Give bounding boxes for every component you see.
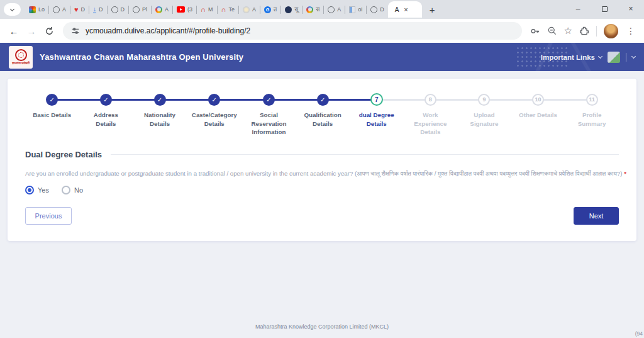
site-info-icon[interactable]	[71, 26, 80, 35]
zoom-out-icon[interactable]	[547, 26, 557, 36]
step-other-details[interactable]: 10Other Details	[511, 93, 565, 137]
browser-tab[interactable]: oi	[345, 0, 366, 19]
browser-tab[interactable]: ∩M	[197, 0, 216, 19]
browser-tab[interactable]: Pl	[129, 0, 151, 19]
required-asterisk: *	[624, 170, 626, 177]
browser-tab[interactable]: A	[324, 0, 345, 19]
browser-tab[interactable]: ♥D	[70, 0, 89, 19]
tab-label: त	[274, 6, 277, 13]
tab-label: सू	[294, 6, 298, 13]
youtube-favicon-icon	[177, 6, 185, 13]
extensions-icon[interactable]	[579, 26, 589, 36]
university-emblem-icon	[15, 49, 27, 61]
step-social-reservation-information[interactable]: ✓Social Reservation Information	[242, 93, 296, 137]
step-upload-signature[interactable]: 9Upload Signature	[457, 93, 511, 137]
browser-tab[interactable]: ↓D	[89, 0, 107, 19]
previous-button[interactable]: Previous	[25, 207, 72, 225]
important-links-label: Important Links	[541, 54, 595, 61]
close-tab-icon[interactable]: ×	[404, 6, 408, 13]
browser-tab[interactable]: A	[49, 0, 70, 19]
step-profile-summary[interactable]: 11Profile Summary	[565, 93, 619, 137]
step-label: Social Reservation Information	[242, 111, 296, 137]
close-window-button[interactable]: ×	[618, 0, 644, 18]
active-tab[interactable]: A ×	[388, 1, 422, 18]
globe-favicon-icon	[53, 6, 60, 13]
answer-radio-group: YesNo	[25, 186, 619, 194]
browser-tab[interactable]: (3	[173, 0, 196, 19]
browser-toolbar: ← → ycmouadm.dulive.ac/applicant/#/profi…	[0, 19, 644, 43]
browser-tab[interactable]: Gत	[260, 0, 280, 19]
important-links-menu[interactable]: Important Links	[541, 54, 602, 61]
radio-button-icon[interactable]	[25, 186, 34, 194]
browser-tab[interactable]: सू	[281, 0, 302, 19]
step-nationality-details[interactable]: ✓Nationality Details	[133, 93, 187, 137]
tab-label: Te	[229, 6, 235, 13]
step-check-icon: ✓	[154, 94, 166, 106]
footer-text: Maharashtra Knowledge Corporation Limite…	[0, 324, 644, 330]
tab-label: oi	[358, 6, 362, 13]
step-label: Work Experience Details	[404, 111, 458, 137]
heart-favicon-icon: ♥	[74, 6, 79, 13]
step-number: 10	[532, 94, 544, 106]
step-number: 9	[478, 94, 490, 106]
browser-tab[interactable]: Lo	[25, 0, 48, 19]
tab-label: A	[62, 6, 66, 13]
toolbar-divider	[596, 26, 597, 37]
next-button[interactable]: Next	[574, 207, 619, 225]
minimize-button[interactable]: –	[565, 0, 591, 18]
back-button[interactable]: ←	[5, 22, 23, 40]
reload-icon	[45, 26, 54, 36]
browser-tab[interactable]: A	[239, 0, 260, 19]
forward-button[interactable]: →	[23, 22, 40, 40]
tab-label: M	[208, 6, 213, 13]
browser-tab[interactable]: D	[367, 0, 388, 19]
browser-tab[interactable]: D	[108, 0, 129, 19]
active-tab-label: A	[395, 6, 399, 13]
tab-label: स	[316, 6, 319, 13]
dual-degree-question: Are you an enrolled undergraduate or pos…	[25, 170, 628, 177]
browser-tab[interactable]: ∩Te	[218, 0, 238, 19]
profile-avatar[interactable]	[604, 24, 618, 38]
maximize-button[interactable]	[591, 0, 618, 18]
user-menu-chevron-icon[interactable]	[631, 54, 636, 58]
progress-stepper: ✓Basic Details✓Address Details✓Nationali…	[25, 93, 619, 137]
page-title: Yashwantrao Chavan Maharashtra Open Univ…	[40, 52, 243, 62]
step-dual-degree-details[interactable]: 7dual Degree Details	[350, 93, 404, 137]
user-avatar[interactable]	[608, 52, 620, 63]
step-basic-details[interactable]: ✓Basic Details	[25, 93, 79, 137]
tab-label: D	[81, 6, 86, 13]
step-address-details[interactable]: ✓Address Details	[79, 93, 133, 137]
download-favicon-icon: ↓	[93, 6, 96, 13]
header-divider	[626, 53, 626, 62]
zoom-indicator: (94	[635, 330, 643, 337]
radio-label: No	[74, 186, 83, 194]
new-tab-button[interactable]: +	[422, 4, 443, 15]
step-label: Upload Signature	[457, 111, 511, 128]
maximize-icon	[602, 6, 608, 12]
password-manager-icon[interactable]	[530, 26, 540, 37]
browser-menu-icon[interactable]: ⋮	[625, 26, 636, 36]
bookmark-icon[interactable]: ☆	[564, 25, 572, 37]
tab-label: A	[165, 6, 169, 13]
question-english: Are you an enrolled undergraduate or pos…	[25, 170, 355, 177]
section-header: Dual Degree Details	[25, 150, 619, 159]
sparkle-favicon-icon	[243, 6, 250, 13]
step-qualification-details[interactable]: ✓Qualification Details	[296, 93, 350, 137]
radio-button-icon[interactable]	[62, 186, 70, 194]
wizard-navigation: Previous Next	[25, 207, 619, 225]
globe-favicon-icon	[111, 6, 118, 13]
browser-tab[interactable]: स	[303, 0, 323, 19]
step-label: Nationality Details	[133, 111, 187, 128]
address-bar[interactable]: ycmouadm.dulive.ac/applicant/#/profile-b…	[63, 22, 522, 40]
step-check-icon: ✓	[317, 94, 329, 106]
browser-tab[interactable]: A	[152, 0, 172, 19]
radio-option-no[interactable]: No	[62, 186, 83, 194]
step-work-experience-details[interactable]: 8Work Experience Details	[404, 93, 458, 137]
tab-search-button[interactable]	[4, 3, 21, 16]
reload-button[interactable]	[40, 22, 58, 40]
step-label: Basic Details	[25, 111, 79, 120]
step-number: 11	[586, 94, 598, 106]
step-caste-category-details[interactable]: ✓Caste/Category Details	[187, 93, 242, 137]
browser-tab-strip: LoA♥D↓DDPlA(3∩M∩TeAGतसूसAoiD A × + – ×	[0, 0, 644, 19]
radio-option-yes[interactable]: Yes	[25, 186, 49, 194]
